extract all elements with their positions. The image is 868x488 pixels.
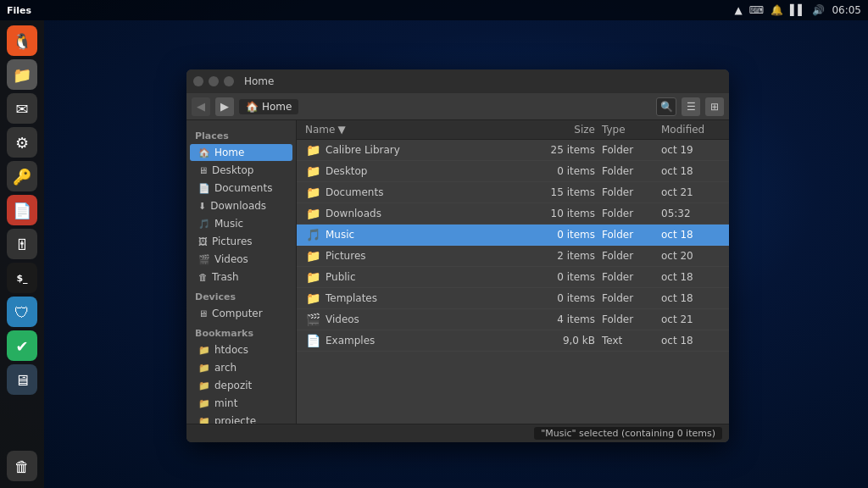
file-name: Music	[326, 229, 354, 241]
sidebar-item-documents[interactable]: 📄 Documents	[190, 180, 292, 197]
file-type: Folder	[602, 165, 661, 177]
file-type: Folder	[602, 271, 661, 283]
ubuntu-icon[interactable]: 🐧	[7, 25, 37, 56]
window-content: Places 🏠 Home 🖥 Desktop 📄 Documents ⬇ Do…	[186, 120, 729, 424]
sidebar-item-music[interactable]: 🎵 Music	[190, 215, 292, 232]
office-icon[interactable]: 📄	[7, 195, 37, 225]
file-icon: 📁	[305, 142, 320, 158]
vpn-icon[interactable]: 🛡	[7, 297, 37, 327]
file-size: 2 items	[542, 250, 602, 262]
col-header-size[interactable]: Size	[542, 124, 602, 136]
file-type: Folder	[602, 250, 661, 262]
file-icon: 📁	[305, 164, 320, 179]
file-modified: oct 18	[661, 271, 729, 283]
breadcrumb[interactable]: 🏠 Home	[239, 99, 298, 114]
table-row[interactable]: 📁 Public 0 items Folder oct 18	[297, 267, 729, 288]
sidebar-item-pictures[interactable]: 🖼 Pictures	[190, 233, 292, 250]
file-modified: oct 18	[661, 292, 729, 304]
file-list-header: Name ▼ Size Type Modified	[297, 120, 729, 140]
sidebar-item-trash[interactable]: 🗑 Trash	[190, 269, 292, 286]
file-size: 0 items	[542, 271, 602, 283]
file-size: 15 items	[542, 186, 602, 198]
sidebar-item-downloads[interactable]: ⬇ Downloads	[190, 197, 292, 214]
file-size: 4 items	[542, 313, 602, 325]
file-name: Public	[326, 271, 356, 283]
sidebar-item-mint[interactable]: 📁 mint	[190, 395, 292, 412]
table-row[interactable]: 📁 Desktop 0 items Folder oct 18	[297, 161, 729, 182]
sidebar-item-htdocs[interactable]: 📁 htdocs	[190, 341, 292, 358]
sidebar-item-home[interactable]: 🏠 Home	[190, 144, 292, 161]
home-icon: 🏠	[198, 147, 210, 158]
home-breadcrumb-icon: 🏠	[246, 101, 259, 113]
table-row[interactable]: 📁 Pictures 2 items Folder oct 20	[297, 246, 729, 267]
col-header-modified[interactable]: Modified	[661, 124, 729, 136]
documents-icon: 📄	[198, 183, 210, 194]
file-size: 0 items	[542, 229, 602, 241]
file-type: Folder	[602, 208, 661, 219]
table-row[interactable]: 📁 Templates 0 items Folder oct 18	[297, 288, 729, 309]
statusbar-text: "Music" selected (containing 0 items)	[534, 427, 722, 440]
forward-button[interactable]: ▶	[215, 97, 234, 116]
file-name: Examples	[326, 335, 375, 347]
table-row[interactable]: 📄 Examples 9,0 kB Text oct 18	[297, 330, 729, 352]
trash-icon[interactable]: 🗑	[7, 451, 37, 481]
mail-icon[interactable]: ✉	[7, 93, 37, 124]
col-header-name[interactable]: Name ▼	[297, 124, 542, 136]
files-icon[interactable]: 📁	[7, 59, 37, 90]
sidebar-item-depozit[interactable]: 📁 depozit	[190, 377, 292, 394]
file-name: Documents	[326, 186, 383, 198]
file-modified: oct 18	[661, 335, 729, 347]
table-row[interactable]: 📁 Downloads 10 items Folder 05:32	[297, 203, 729, 225]
file-size: 9,0 kB	[542, 335, 602, 347]
desktop-icon: 🖥	[198, 165, 208, 176]
col-header-type[interactable]: Type	[602, 124, 661, 136]
file-name: Templates	[326, 292, 377, 304]
minimize-button[interactable]	[209, 76, 219, 86]
list-view-button[interactable]: ☰	[682, 97, 700, 116]
file-size: 0 items	[542, 292, 602, 304]
settings-icon[interactable]: ⚙	[7, 127, 37, 158]
search-button[interactable]: 🔍	[656, 97, 676, 116]
grid-view-button[interactable]: ⊞	[705, 97, 724, 116]
file-list: Name ▼ Size Type Modified 📁 Calibre Libr…	[297, 120, 729, 424]
folder-icon-proiecte: 📁	[198, 416, 210, 424]
sidebar-item-computer[interactable]: 🖥 Computer	[190, 305, 292, 322]
key-icon[interactable]: 🔑	[7, 161, 37, 191]
file-name: Pictures	[326, 250, 366, 262]
sidebar: Places 🏠 Home 🖥 Desktop 📄 Documents ⬇ Do…	[186, 120, 297, 424]
table-row[interactable]: 📁 Calibre Library 25 items Folder oct 19	[297, 140, 729, 161]
file-modified: oct 18	[661, 165, 729, 177]
pictures-icon: 🖼	[198, 236, 208, 247]
theme-icon[interactable]: 🖥	[7, 364, 37, 395]
table-row[interactable]: 🎵 Music 0 items Folder oct 18	[297, 225, 729, 246]
sidebar-item-proiecte[interactable]: 📁 proiecte	[190, 413, 292, 424]
music-icon: 🎵	[198, 219, 210, 230]
file-type: Folder	[602, 144, 661, 156]
file-icon: 📁	[305, 185, 320, 200]
file-name: Downloads	[326, 208, 381, 219]
terminal-icon[interactable]: $_	[7, 263, 37, 293]
file-size: 25 items	[542, 144, 602, 156]
table-row[interactable]: 📁 Documents 15 items Folder oct 21	[297, 182, 729, 203]
maximize-button[interactable]	[224, 76, 234, 86]
file-name: Calibre Library	[326, 144, 400, 156]
app-title: Files	[7, 5, 31, 16]
file-name: Videos	[326, 313, 359, 325]
bookmarks-label: Bookmarks	[186, 323, 296, 341]
sort-icon: ▼	[337, 124, 345, 136]
file-size: 10 items	[542, 208, 602, 219]
file-type: Text	[602, 335, 661, 347]
table-row[interactable]: 🎬 Videos 4 items Folder oct 21	[297, 309, 729, 330]
downloads-icon: ⬇	[198, 201, 206, 212]
sidebar-item-desktop[interactable]: 🖥 Desktop	[190, 162, 292, 179]
window-titlebar: Home	[186, 69, 729, 93]
file-icon: 🎵	[305, 227, 320, 242]
back-button[interactable]: ◀	[192, 97, 210, 116]
folder-icon-depozit: 📁	[198, 380, 210, 391]
close-button[interactable]	[193, 76, 203, 86]
mixer-icon[interactable]: 🎚	[7, 229, 37, 259]
trash-sidebar-icon: 🗑	[198, 272, 208, 283]
sidebar-item-arch[interactable]: 📁 arch	[190, 359, 292, 376]
sidebar-item-videos[interactable]: 🎬 Videos	[190, 251, 292, 268]
tasks-icon[interactable]: ✔	[7, 330, 37, 361]
